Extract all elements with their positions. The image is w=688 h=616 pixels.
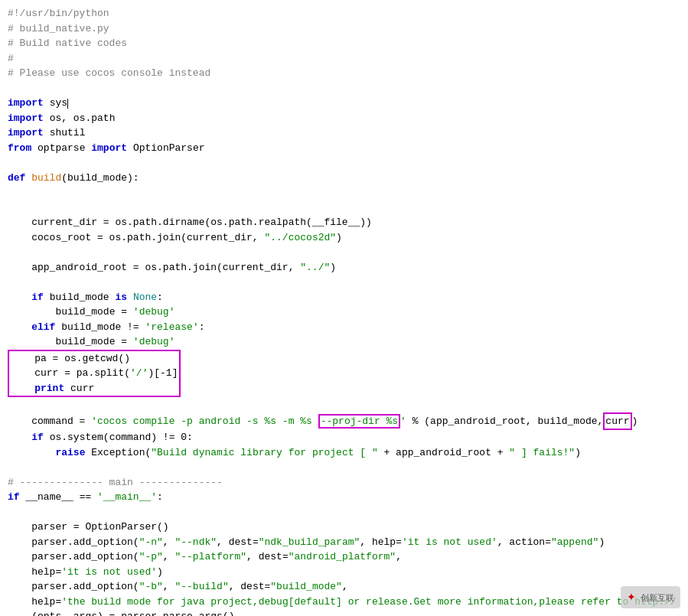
- code-line-12: def build(build_mode):: [8, 171, 680, 186]
- code-line-help2: help='the build mode for java project,de…: [8, 595, 680, 610]
- empty-line: [8, 81, 680, 96]
- code-line-raise: raise Exception("Build dynamic library f…: [8, 445, 680, 461]
- code-line-20: if build_mode is None:: [8, 290, 680, 305]
- empty-line: [8, 460, 680, 475]
- empty-line: [8, 185, 680, 200]
- code-line-comment-main: # -------------- main --------------: [8, 475, 680, 491]
- code-line-curr1: curr = pa.split('/')[-1]: [11, 366, 178, 381]
- empty-line: [8, 155, 680, 171]
- empty-line: [8, 200, 680, 216]
- code-line-2: # build_native.py: [8, 21, 680, 37]
- code-line-22: elif build_mode != 'release':: [8, 320, 680, 335]
- code-line-16: cocos_root = os.path.join(current_dir, "…: [8, 230, 680, 246]
- watermark-text: 创新互联: [641, 593, 674, 602]
- code-line-1: #!/usr/bin/python: [8, 6, 680, 21]
- code-line-if-os: if os.system(command) != 0:: [8, 430, 680, 445]
- code-line-7: import sys: [8, 96, 680, 111]
- code-line-command: command = 'cocos compile -p android -s %…: [8, 412, 680, 431]
- empty-line: [8, 275, 680, 290]
- empty-line: [8, 505, 680, 520]
- code-line-5: # Please use cocos console instead: [8, 66, 680, 81]
- code-line-parser1: parser = OptionParser(): [8, 520, 680, 535]
- code-line-10: from optparse import OptionParser: [8, 141, 680, 156]
- code-line-pa: pa = os.getcwd(): [11, 351, 178, 367]
- code-line-if-main: if __name__ == '__main__':: [8, 490, 680, 505]
- empty-line: [8, 245, 680, 260]
- code-line-9: import shutil: [8, 125, 680, 141]
- code-line-4: #: [8, 51, 680, 67]
- empty-line: [8, 397, 680, 412]
- code-line-print-curr: print curr: [11, 381, 178, 396]
- watermark: ✦ 创新互联: [621, 586, 680, 608]
- code-editor: #!/usr/bin/python # build_native.py # Bu…: [0, 0, 688, 616]
- watermark-icon: ✦: [627, 591, 636, 603]
- code-line-23: build_mode = 'debug': [8, 334, 680, 350]
- code-line-help1: help='it is not used'): [8, 565, 680, 580]
- code-line-3: # Build native codes: [8, 36, 680, 51]
- code-line-18: app_android_root = os.path.join(current_…: [8, 260, 680, 275]
- code-line-15: current_dir = os.path.dirname(os.path.re…: [8, 215, 680, 230]
- code-line-parse-args: (opts, args) = parser.parse_args(): [8, 609, 680, 616]
- code-line-8: import os, os.path: [8, 111, 680, 126]
- highlight-block-magenta: pa = os.getcwd() curr = pa.split('/')[-1…: [8, 350, 181, 398]
- code-line-parser4: parser.add_option("-b", "--build", dest=…: [8, 579, 680, 595]
- code-line-parser3: parser.add_option("-p", "--platform", de…: [8, 549, 680, 565]
- code-line-parser2: parser.add_option("-n", "--ndk", dest="n…: [8, 535, 680, 550]
- code-line-21: build_mode = 'debug': [8, 305, 680, 320]
